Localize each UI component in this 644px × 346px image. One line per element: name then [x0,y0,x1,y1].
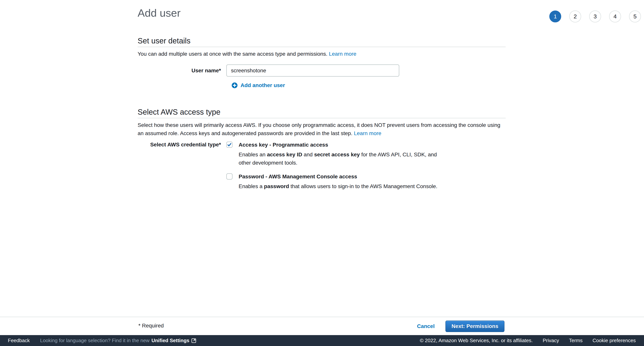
user-name-input[interactable] [226,64,399,77]
select-access-type-section: Select AWS access type Select how these … [138,108,506,190]
wizard-step-1[interactable]: 1 [549,10,561,22]
cancel-button[interactable]: Cancel [417,323,435,329]
terms-link[interactable]: Terms [569,338,583,344]
unified-settings-label: Unified Settings [152,338,189,344]
desc-text: Enables a [239,183,264,189]
wizard-action-bar: * Required Cancel Next: Permissions [0,317,644,335]
select-access-type-heading: Select AWS access type [138,108,506,116]
unified-settings-link[interactable]: Unified Settings [152,338,196,344]
option-password-head: Password - AWS Management Console access [226,173,444,180]
console-footer: Feedback Looking for language selection?… [0,335,644,346]
feedback-button[interactable]: Feedback [8,338,30,344]
action-buttons: Cancel Next: Permissions [417,317,504,336]
cookie-preferences-link[interactable]: Cookie preferences [593,338,636,344]
checkmark-icon [227,142,232,147]
add-user-page: 1 2 3 4 5 Add user Set user details You … [0,0,644,346]
page-title: Add user [138,7,506,19]
footer-right: © 2022, Amazon Web Services, Inc. or its… [420,338,644,344]
privacy-link[interactable]: Privacy [543,338,559,344]
option-access-key: Access key - Programmatic access Enables… [226,142,444,167]
set-user-details-description: You can add multiple users at once with … [138,50,506,58]
desc-bold-text: secret access key [314,152,360,158]
access-key-option-description: Enables an access key ID and secret acce… [239,151,444,167]
set-user-details-heading: Set user details [138,36,506,45]
wizard-step-indicator: 1 2 3 4 5 [549,10,641,22]
option-password: Password - AWS Management Console access… [226,173,444,190]
access-key-option-title: Access key - Programmatic access [239,142,328,148]
next-permissions-button[interactable]: Next: Permissions [446,321,504,332]
required-note: * Required [138,323,164,329]
language-selection-note: Looking for language selection? Find it … [40,338,196,344]
section-divider [138,118,506,118]
password-option-title: Password - AWS Management Console access [239,173,357,180]
user-name-label: User name* [138,67,226,74]
add-another-user-label: Add another user [240,82,285,88]
description-text: Select how these users will primarily ac… [138,122,500,136]
external-link-icon [191,338,196,343]
learn-more-link[interactable]: Learn more [329,51,356,57]
wizard-step-2[interactable]: 2 [569,10,581,22]
wizard-step-5[interactable]: 5 [629,10,641,22]
language-note-text: Looking for language selection? Find it … [40,338,150,344]
access-type-description: Select how these users will primarily ac… [138,121,506,137]
user-name-row: User name* [138,64,506,77]
credential-type-label: Select AWS credential type* [138,142,226,148]
desc-text: Enables an [239,152,267,158]
footer-left: Feedback Looking for language selection?… [0,338,196,344]
password-checkbox[interactable] [226,173,232,179]
section-divider [138,47,506,47]
desc-text: that allows users to sign-in to the AWS … [289,183,438,189]
password-option-description: Enables a password that allows users to … [239,182,444,190]
credential-options: Access key - Programmatic access Enables… [226,142,444,190]
credential-type-row: Select AWS credential type* Access key -… [138,142,506,190]
wizard-step-3[interactable]: 3 [589,10,601,22]
access-key-checkbox[interactable] [226,142,232,148]
learn-more-link[interactable]: Learn more [354,130,381,136]
desc-text: and [302,152,314,158]
set-user-details-section: Set user details You can add multiple us… [138,36,506,88]
description-text: You can add multiple users at once with … [138,51,327,57]
plus-circle-icon [232,82,238,88]
option-access-key-head: Access key - Programmatic access [226,142,444,148]
add-another-user-button[interactable]: Add another user [232,82,506,88]
desc-bold-text: access key ID [267,152,302,158]
desc-bold-text: password [264,183,289,189]
wizard-step-4[interactable]: 4 [609,10,621,22]
copyright-text: © 2022, Amazon Web Services, Inc. or its… [420,338,533,344]
main-content: Add user Set user details You can add mu… [138,0,506,190]
